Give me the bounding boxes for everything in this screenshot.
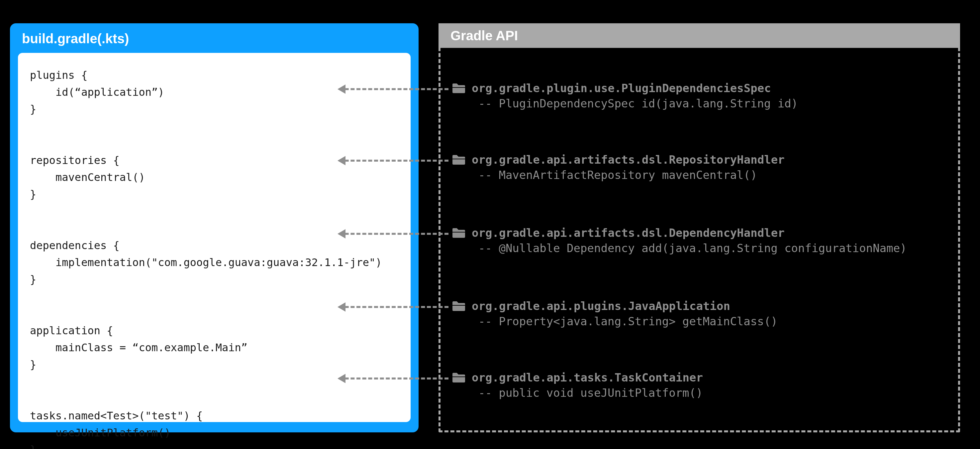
api-signature: -- public void useJUnitPlatform() bbox=[452, 386, 950, 399]
api-class: org.gradle.api.artifacts.dsl.RepositoryH… bbox=[472, 153, 785, 166]
api-signature: -- PluginDependencySpec id(java.lang.Str… bbox=[452, 97, 950, 110]
api-entry: org.gradle.api.artifacts.dsl.DependencyH… bbox=[452, 226, 950, 255]
arrow-connector bbox=[339, 306, 449, 308]
folder-icon bbox=[452, 300, 466, 312]
arrow-connector bbox=[339, 233, 449, 235]
build-file-title: build.gradle(.kts) bbox=[10, 23, 418, 53]
api-entry: org.gradle.plugin.use.PluginDependencies… bbox=[452, 81, 950, 110]
folder-icon bbox=[452, 154, 466, 165]
api-signature: -- MavenArtifactRepository mavenCentral(… bbox=[452, 168, 950, 182]
build-file-code: plugins { id(“application”) } repositori… bbox=[30, 67, 399, 449]
diagram-stage: build.gradle(.kts) plugins { id(“applica… bbox=[0, 0, 980, 449]
folder-icon bbox=[452, 227, 466, 238]
api-entry: org.gradle.api.tasks.TaskContainer -- pu… bbox=[452, 371, 950, 399]
folder-icon bbox=[452, 83, 466, 94]
api-entry: org.gradle.api.artifacts.dsl.RepositoryH… bbox=[452, 153, 950, 182]
api-class: org.gradle.api.plugins.JavaApplication bbox=[472, 299, 730, 313]
api-entry: org.gradle.api.plugins.JavaApplication -… bbox=[452, 299, 950, 328]
arrow-connector bbox=[339, 88, 449, 90]
arrow-connector bbox=[339, 377, 449, 379]
api-signature: -- Property<java.lang.String> getMainCla… bbox=[452, 315, 950, 328]
arrow-connector bbox=[339, 160, 449, 161]
api-class: org.gradle.api.artifacts.dsl.DependencyH… bbox=[472, 226, 785, 240]
api-class: org.gradle.api.tasks.TaskContainer bbox=[472, 371, 703, 384]
build-file-code-box: plugins { id(“application”) } repositori… bbox=[18, 53, 410, 422]
build-file-panel: build.gradle(.kts) plugins { id(“applica… bbox=[10, 23, 418, 432]
api-class: org.gradle.plugin.use.PluginDependencies… bbox=[472, 81, 771, 95]
api-signature: -- @Nullable Dependency add(java.lang.St… bbox=[452, 241, 950, 255]
folder-icon bbox=[452, 372, 466, 383]
